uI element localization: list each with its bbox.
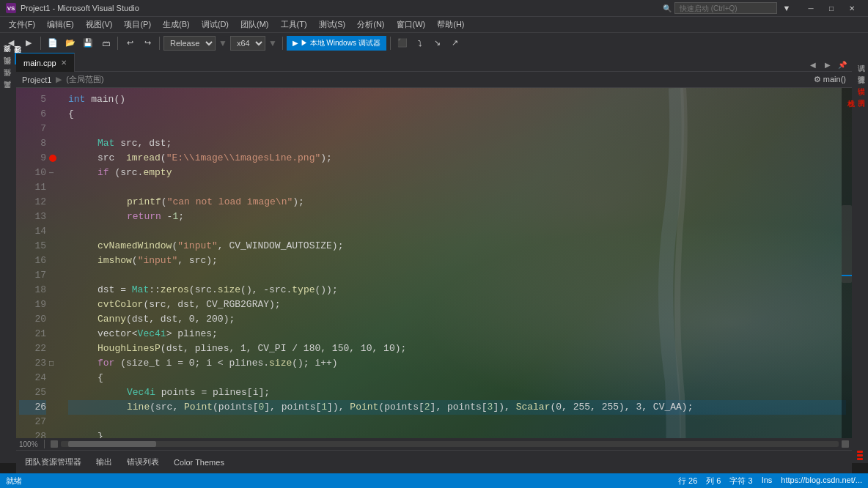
ln-22: 22 xyxy=(19,341,46,356)
title-bar: VS Project1 - Microsoft Visual Studio 🔍 … xyxy=(0,0,868,16)
ln-6: 6 xyxy=(19,107,46,122)
window-controls: ─ □ ✕ xyxy=(801,0,862,16)
config-select[interactable]: Release xyxy=(163,36,216,51)
vtab-toolbox[interactable]: 工具箱 xyxy=(0,88,16,100)
breakpoint-button[interactable]: ⬛ xyxy=(394,35,411,51)
redo-button[interactable]: ↪ xyxy=(139,35,155,51)
code-line-16: imshow("input", src); xyxy=(68,254,846,268)
save-button[interactable]: 💾 xyxy=(80,35,96,51)
tab-close-button[interactable]: ✕ xyxy=(61,59,67,67)
code-line-20: Canny(dst, dst, 0, 200); xyxy=(68,312,846,327)
bottom-tab-output[interactable]: 输出 xyxy=(93,455,115,469)
code-line-12: printf("can not load image\n"); xyxy=(68,195,846,210)
vtab-class-view[interactable]: 类视图 xyxy=(0,64,16,76)
vtab-solution-explorer[interactable]: 资源管理器 xyxy=(0,53,16,64)
minimap-cursor xyxy=(842,275,852,276)
h-scroll-thumb[interactable] xyxy=(68,441,156,447)
search-label: 🔍 xyxy=(663,4,672,12)
status-ins: Ins xyxy=(762,476,773,487)
menu-window[interactable]: 窗口(W) xyxy=(391,17,432,33)
bottom-tab-errors[interactable]: 错误列表 xyxy=(124,455,162,469)
method-label: ⚙ main() xyxy=(814,75,846,84)
scroll-indicator-1 xyxy=(857,451,863,453)
expand-icon[interactable]: □ xyxy=(49,360,54,368)
menu-help[interactable]: 帮助(H) xyxy=(431,17,470,33)
status-bar: 就绪 行 26 列 6 字符 3 Ins https://blog.csdn.n… xyxy=(0,473,868,488)
code-editor-area[interactable]: 5 6 7 8 9 10 11 12 13 14 15 16 17 18 19 … xyxy=(16,88,852,478)
breakpoint-indicator xyxy=(49,155,56,162)
menu-team[interactable]: 团队(M) xyxy=(235,17,275,33)
menu-file[interactable]: 文件(F) xyxy=(3,17,41,33)
step-out-button[interactable]: ↗ xyxy=(447,35,463,51)
new-file-button[interactable]: 📄 xyxy=(45,35,61,51)
menu-analyze[interactable]: 分析(N) xyxy=(351,17,390,33)
bottom-tab-color-themes[interactable]: Color Themes xyxy=(171,456,227,468)
code-line-15: cvNamedWindow("input", CV_WINDOW_AUTOSIZ… xyxy=(68,239,846,254)
forward-button[interactable]: ▶ xyxy=(21,35,37,51)
code-line-27 xyxy=(68,415,846,429)
platform-select[interactable]: x64 xyxy=(230,36,265,51)
code-line-7 xyxy=(68,122,846,136)
step-in-button[interactable]: ↘ xyxy=(430,35,446,51)
menu-bar: 文件(F) 编辑(E) 视图(V) 项目(P) 生成(B) 调试(D) 团队(M… xyxy=(0,16,868,32)
zoom-level: 100% xyxy=(19,440,38,448)
ln-17: 17 xyxy=(19,268,46,283)
toolbar-separator-4 xyxy=(282,37,283,50)
maximize-button[interactable]: □ xyxy=(821,0,842,16)
toolbar-separator-2 xyxy=(117,37,118,50)
menu-edit[interactable]: 编辑(E) xyxy=(41,17,80,33)
vtab-properties[interactable]: 属性 xyxy=(0,76,16,88)
rvtab-resource[interactable]: 资源管理 xyxy=(852,64,868,76)
toolbar-separator-3 xyxy=(159,37,160,50)
code-line-23: for (size_t i = 0; i < plines.size(); i+… xyxy=(68,356,846,371)
code-line-25: Vec4i points = plines[i]; xyxy=(68,385,846,400)
scroll-right-button[interactable]: ▶ xyxy=(821,58,834,71)
filter-icon[interactable]: ▼ xyxy=(780,1,793,15)
play-icon: ▶ xyxy=(293,39,298,47)
quick-launch-input[interactable] xyxy=(674,2,777,14)
menu-view[interactable]: 视图(V) xyxy=(80,17,119,33)
title-right-controls: 🔍 ▼ xyxy=(663,1,793,15)
scroll-left-button[interactable]: ◀ xyxy=(806,58,820,71)
code-text[interactable]: int main() { Mat src, dst; src imread("E… xyxy=(62,88,852,478)
pin-tab-button[interactable]: 📌 xyxy=(836,58,849,71)
code-line-19: cvtColor(src, dst, CV_RGB2GRAY); xyxy=(68,297,846,312)
horizontal-scrollbar[interactable] xyxy=(61,441,839,447)
save-all-button[interactable]: 🗃 xyxy=(98,35,114,51)
code-line-11 xyxy=(68,180,846,195)
tab-main-cpp[interactable]: main.cpp ✕ xyxy=(16,53,75,72)
menu-project[interactable]: 项目(P) xyxy=(118,17,157,33)
rvtab-callstack[interactable]: 调用堆栈 xyxy=(852,88,868,100)
scroll-left-btn[interactable] xyxy=(51,440,58,448)
rvtab-errors[interactable]: 错误 xyxy=(852,76,868,88)
code-line-24: { xyxy=(68,371,846,385)
menu-debug[interactable]: 调试(D) xyxy=(196,17,235,33)
scroll-right-btn[interactable] xyxy=(842,440,849,448)
ln-11: 11 xyxy=(19,180,46,195)
code-line-14 xyxy=(68,224,846,239)
step-over-button[interactable]: ⤵ xyxy=(412,35,428,51)
line-numbers: 5 6 7 8 9 10 11 12 13 14 15 16 17 18 19 … xyxy=(16,88,49,478)
code-line-22: HoughLinesP(dst, plines, 1, CV_PI / 180,… xyxy=(68,341,846,356)
toolbar-separator-1 xyxy=(40,37,41,50)
code-line-26: line(src, Point(points[0], points[1]), P… xyxy=(68,400,846,415)
close-button[interactable]: ✕ xyxy=(842,0,862,16)
back-button[interactable]: ◀ xyxy=(3,35,19,51)
bottom-tab-team-explorer[interactable]: 团队资源管理器 xyxy=(22,455,84,469)
ln-10: 10 xyxy=(19,166,46,180)
status-line: 行 26 xyxy=(678,476,697,487)
run-debug-button[interactable]: ▶ ▶ 本地 Windows 调试器 xyxy=(287,36,386,51)
code-content[interactable]: 5 6 7 8 9 10 11 12 13 14 15 16 17 18 19 … xyxy=(16,88,852,478)
editor-navigation-bar: Project1 ▶ (全局范围) ⚙ main() xyxy=(16,72,852,88)
menu-tools[interactable]: 工具(T) xyxy=(275,17,313,33)
vertical-scrollbar[interactable] xyxy=(842,88,852,478)
ln-26: 26 xyxy=(19,400,46,415)
menu-build[interactable]: 生成(B) xyxy=(157,17,196,33)
open-button[interactable]: 📂 xyxy=(62,35,78,51)
ln-19: 19 xyxy=(19,297,46,312)
minimize-button[interactable]: ─ xyxy=(801,0,821,16)
menu-test[interactable]: 测试(S) xyxy=(313,17,352,33)
status-col: 列 6 xyxy=(706,476,721,487)
rvtab-debug[interactable]: 调试 xyxy=(852,53,868,64)
undo-button[interactable]: ↩ xyxy=(122,35,138,51)
